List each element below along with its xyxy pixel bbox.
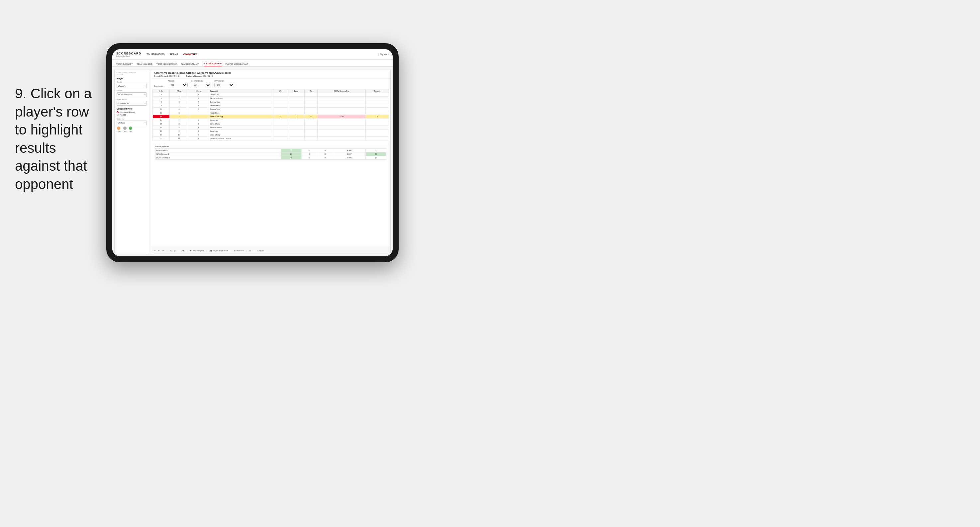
logo-title: SCOREBOARD [116, 52, 141, 55]
th-rounds: Rounds [366, 89, 389, 93]
timestamp: Last Updated: 27/03/202416:55:28 [117, 71, 147, 75]
table-row[interactable]: 131Haejo Hyun [153, 111, 389, 115]
out-of-division: Out of division Foreign Team 100 4.5002 … [153, 144, 389, 161]
watch-button[interactable]: 👁 Watch ▾ [234, 250, 243, 252]
nav-committee[interactable]: COMMITTEE [183, 53, 197, 56]
opponent-filter-select[interactable]: (All) [214, 83, 234, 87]
table-row[interactable]: 613Sydney Kuo [153, 100, 389, 104]
radio-opponents-label: Opponents Played [119, 111, 135, 113]
colour-up-circle [129, 127, 132, 130]
table-row[interactable]: 1063Andrea York [153, 108, 389, 111]
colour-label: Colour by [117, 118, 147, 120]
table-row[interactable]: 1691Jessica Mason [153, 126, 389, 130]
tab-bar: TEAM SUMMARY TEAM H2H GRID TEAM H2H HEAT… [112, 60, 393, 67]
opponent-filter-group: Opponent (All) [214, 80, 234, 87]
redo-step-back[interactable]: ↻ [158, 250, 160, 252]
table-row[interactable]: 1474Eunice Yi [153, 119, 389, 122]
radio-checked [117, 111, 119, 113]
region-filter-select[interactable]: (All) [168, 83, 188, 87]
th-win: Win [273, 89, 288, 93]
out-division-row[interactable]: NCAA Division 2 500 7.40010 [156, 156, 387, 159]
table-body: 31Esther Lee 522Alexis Sudjianto 613Sydn… [153, 93, 389, 144]
out-division-table: Foreign Team 100 4.5002 NAIA Division 1 … [155, 148, 387, 160]
undo-button[interactable]: ↩ [154, 250, 156, 252]
toolbar-sep7: | [254, 249, 255, 252]
table-row[interactable]: 1585Stella Cheng [153, 122, 389, 126]
table-header-row: # Div # Reg # Conf Opponent Win Loss Tie… [153, 89, 389, 93]
player-rank-chevron: ▾ [145, 102, 145, 104]
radio-unchecked [117, 114, 119, 116]
region-filter-group: Region (All) [168, 80, 188, 87]
gender-select[interactable]: Women's ▾ [117, 84, 147, 88]
logo: SCOREBOARD Powered by clippd [116, 52, 141, 57]
colour-level-row: Level [123, 127, 127, 132]
toolbar-sep6: | [246, 249, 247, 252]
view-icon: 👁 [190, 250, 192, 252]
paste-button[interactable]: 📋 [174, 250, 177, 252]
th-opponent: Opponent [208, 89, 273, 93]
colour-chevron: ▾ [145, 122, 145, 124]
toolbar-sep4: | [206, 249, 207, 252]
nav-items: TOURNAMENTS TEAMS COMMITTEE [146, 53, 378, 56]
tab-player-summary[interactable]: PLAYER SUMMARY [181, 63, 199, 67]
view-original-button[interactable]: 👁 View: Original [190, 250, 204, 252]
colour-down-circle [117, 127, 120, 130]
colour-level-label: Level [123, 130, 127, 132]
annotation-body: Click on a player's row to highlight res… [15, 86, 92, 192]
step-number: 9. [15, 86, 27, 101]
toolbar-sep3: | [187, 249, 187, 252]
player-rank-select[interactable]: 8. Katelyn Vo ▾ [117, 101, 147, 106]
table-row[interactable]: 914Sharon Mun [153, 104, 389, 108]
layout-button[interactable]: ⊞ [250, 250, 251, 252]
division-select[interactable]: NCAA Division III ▾ [117, 92, 147, 97]
share-button[interactable]: ↗ Share [257, 250, 264, 252]
nav-teams[interactable]: TEAMS [170, 53, 178, 56]
conference-filter-label: Conference [191, 80, 211, 82]
tab-player-h2h-heatmap[interactable]: PLAYER H2H HEATMAP [226, 63, 248, 67]
right-panel: Katelyn Vo Head-to-Head Grid for Women's… [151, 69, 391, 254]
radio-top100-label: Top 100 [119, 114, 126, 116]
gender-label: Gender [117, 81, 147, 83]
right-title: Katelyn Vo Head-to-Head Grid for Women's… [154, 71, 388, 75]
th-conf: # Conf [188, 89, 208, 93]
bottom-toolbar: ↩ ↻ ↪ | ⧉ 📋 | ⟳ | 👁 View: Original | 💾 [151, 247, 390, 254]
table-row[interactable]: 31Esther Lee [153, 93, 389, 97]
table-row[interactable]: 1822Euna Lee [153, 130, 389, 133]
watch-icon: 👁 [234, 250, 236, 252]
colour-down-label: Down [117, 130, 121, 132]
sign-out-button[interactable]: Sign out [380, 53, 389, 56]
tab-player-h2h-grid[interactable]: PLAYER H2H GRID [204, 62, 221, 67]
conference-filter-group: Conference (All) [191, 80, 211, 87]
colour-circles: Down Level Up [117, 127, 147, 132]
save-custom-button[interactable]: 💾 Save Custom View [210, 250, 228, 252]
colour-select[interactable]: Win/loss ▾ [117, 121, 147, 125]
table-row-highlighted[interactable]: ▶ 1Jessica Huang 010 -3.002 [153, 115, 389, 119]
opponent-view-title: Opponent view [117, 108, 147, 110]
nav-divider: | [378, 53, 379, 56]
tablet-frame: SCOREBOARD Powered by clippd TOURNAMENTS… [106, 43, 399, 262]
out-division-title: Out of division [155, 146, 387, 148]
th-div: # Div [153, 89, 170, 93]
redo-button[interactable]: ↪ [162, 250, 164, 252]
out-division-row[interactable]: NAIA Division 1 1500 9.26730 [156, 152, 387, 156]
table-row[interactable]: 522Alexis Sudjianto [153, 97, 389, 100]
conference-filter-select[interactable]: (All) [191, 83, 211, 87]
tab-team-h2h-heatmap[interactable]: TEAM H2H HEATMAP [156, 63, 177, 67]
radio-opponents-played[interactable]: Opponents Played [117, 111, 147, 113]
division-record-label: Division Record: 331 - 34 - 6 [186, 75, 213, 77]
radio-top100[interactable]: Top 100 [117, 114, 147, 116]
table-row[interactable]: 20117Federica Domecq Lacroze [153, 137, 389, 140]
nav-tournaments[interactable]: TOURNAMENTS [146, 53, 164, 56]
division-label: Division [117, 90, 147, 92]
tab-team-summary[interactable]: TEAM SUMMARY [116, 63, 132, 67]
table-row[interactable]: 19106Emily Chang [153, 133, 389, 137]
opponents-label: Opponents: [154, 85, 163, 87]
arrow-indicator-cell: ▶ [153, 115, 170, 119]
refresh-button[interactable]: ⟳ [182, 250, 184, 252]
gender-chevron: ▾ [145, 85, 145, 87]
th-reg: # Reg [170, 89, 188, 93]
copy-button[interactable]: ⧉ [170, 249, 172, 252]
tablet-screen: SCOREBOARD Powered by clippd TOURNAMENTS… [112, 49, 393, 256]
out-division-row[interactable]: Foreign Team 100 4.5002 [156, 148, 387, 152]
tab-team-h2h-grid[interactable]: TEAM H2H GRID [137, 63, 152, 67]
